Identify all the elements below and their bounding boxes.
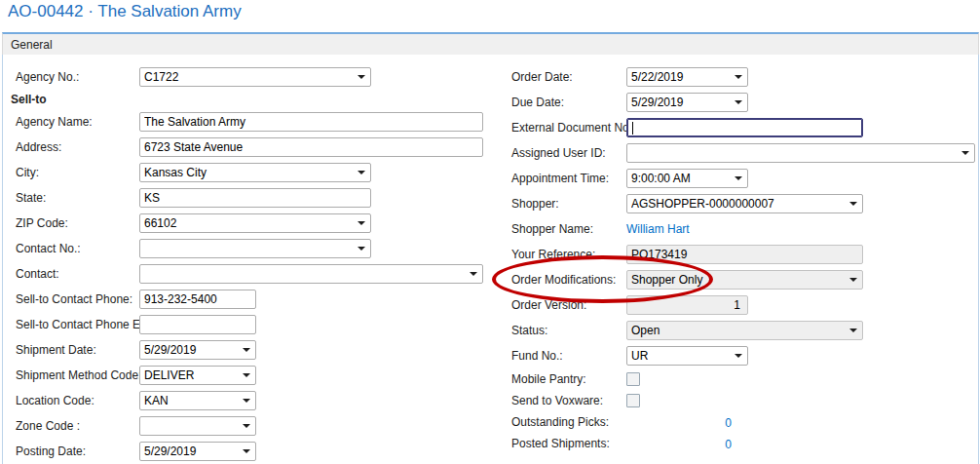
state-field[interactable]: KS	[139, 188, 371, 208]
posting-date-field[interactable]: 5/29/2019	[139, 442, 256, 461]
shipment-method-code-value: DELIVER	[144, 368, 240, 382]
dropdown-arrow-icon[interactable]	[358, 221, 365, 225]
location-code-label: Location Code:	[16, 394, 139, 407]
your-reference-label: Your Reference:	[511, 248, 626, 261]
due-date-label: Due Date:	[511, 96, 626, 109]
contact-field[interactable]	[139, 264, 483, 284]
external-document-no-label: External Document No.:	[511, 121, 626, 135]
due-date-row: Due Date:5/29/2019	[499, 90, 980, 115]
zip-code-field[interactable]: 66102	[139, 213, 371, 233]
dropdown-arrow-icon[interactable]	[735, 100, 742, 104]
order-version-field[interactable]: 1	[626, 295, 748, 315]
external-document-no-field[interactable]	[626, 118, 863, 137]
dropdown-arrow-icon[interactable]	[358, 75, 365, 79]
dropdown-arrow-icon[interactable]	[849, 202, 857, 206]
zone-code-row: Zone Code :	[3, 413, 496, 439]
appointment-time-field[interactable]: 9:00:00 AM	[626, 169, 748, 188]
dropdown-arrow-icon[interactable]	[735, 75, 742, 79]
your-reference-row: Your Reference:PO173419	[499, 242, 980, 267]
dropdown-arrow-icon[interactable]	[358, 247, 365, 251]
send-to-voxware-row: Send to Voxware:	[499, 390, 980, 411]
mobile-pantry-label: Mobile Pantry:	[511, 372, 626, 386]
posting-date-row: Posting Date:5/29/2019	[3, 439, 496, 464]
dropdown-arrow-icon[interactable]	[849, 329, 857, 332]
shopper-name-link[interactable]: William Hart	[626, 222, 690, 236]
order-date-row: Order Date:5/22/2019	[499, 64, 980, 90]
contact-no-label: Contact No.:	[16, 242, 139, 255]
sell-to-group-label: Sell-to	[11, 93, 134, 106]
posting-date-value: 5/29/2019	[144, 445, 240, 458]
dropdown-arrow-icon[interactable]	[735, 354, 742, 358]
general-fasttab-title: General	[11, 38, 53, 52]
shipment-date-field[interactable]: 5/29/2019	[139, 340, 256, 360]
zip-code-label: ZIP Code:	[16, 216, 139, 230]
agency-name-label: Agency Name:	[16, 115, 139, 129]
dropdown-arrow-icon[interactable]	[849, 278, 857, 282]
mobile-pantry-checkbox[interactable]	[626, 372, 640, 386]
address-label: Address:	[16, 140, 139, 154]
sell-to-contact-phone-ext-row: Sell-to Contact Phone Ext.:	[3, 312, 496, 337]
dropdown-arrow-icon[interactable]	[470, 272, 477, 276]
sell-to-contact-phone-label: Sell-to Contact Phone:	[16, 292, 139, 306]
due-date-field[interactable]: 5/29/2019	[626, 93, 748, 112]
dropdown-arrow-icon[interactable]	[243, 373, 250, 377]
dropdown-arrow-icon[interactable]	[243, 348, 250, 352]
your-reference-value: PO173419	[631, 248, 858, 261]
contact-label: Contact:	[16, 267, 139, 281]
agency-no-field[interactable]: C1722	[139, 67, 371, 87]
general-fasttab-header[interactable]: General	[2, 32, 979, 55]
order-modifications-field[interactable]: Shopper Only	[626, 270, 863, 290]
address-value: 6723 State Avenue	[144, 140, 478, 154]
city-field[interactable]: Kansas City	[139, 163, 371, 182]
zone-code-label: Zone Code :	[16, 419, 139, 433]
fund-no-label: Fund No.:	[511, 349, 626, 363]
external-document-no-row: External Document No.:	[499, 115, 980, 140]
dropdown-arrow-icon[interactable]	[961, 151, 969, 155]
agency-no-value: C1722	[144, 70, 355, 84]
fund-no-field[interactable]: UR	[626, 346, 748, 366]
due-date-value: 5/29/2019	[631, 96, 732, 109]
your-reference-field[interactable]: PO173419	[626, 245, 863, 264]
sell-to-contact-phone-value: 913-232-5400	[144, 292, 251, 306]
zip-code-value: 66102	[144, 216, 355, 230]
status-field[interactable]: Open	[626, 321, 863, 340]
posted-shipments-value[interactable]: 0	[725, 438, 732, 451]
dropdown-arrow-icon[interactable]	[243, 424, 250, 428]
city-row: City:Kansas City	[3, 160, 496, 185]
dropdown-arrow-icon[interactable]	[243, 449, 250, 453]
shipment-date-value: 5/29/2019	[144, 343, 240, 357]
agency-no-row: Agency No.:C1722	[3, 64, 496, 90]
contact-no-field[interactable]	[139, 239, 371, 258]
location-code-field[interactable]: KAN	[139, 391, 256, 410]
general-fasttab-body: Agency No.:C1722Sell-toAgency Name:The S…	[2, 55, 979, 464]
sell-to-contact-phone-row: Sell-to Contact Phone:913-232-5400	[3, 287, 496, 312]
sell-to-contact-phone-field[interactable]: 913-232-5400	[139, 290, 256, 309]
dropdown-arrow-icon[interactable]	[243, 399, 250, 403]
dropdown-arrow-icon[interactable]	[735, 176, 742, 180]
outstanding-picks-label: Outstanding Picks:	[511, 415, 626, 429]
shopper-field[interactable]: AGSHOPPER-0000000007	[626, 194, 863, 213]
order-date-field[interactable]: 5/22/2019	[626, 67, 748, 87]
shipment-method-code-field[interactable]: DELIVER	[139, 366, 256, 385]
agency-name-field[interactable]: The Salvation Army	[139, 112, 483, 132]
sell-to-contact-phone-ext-label: Sell-to Contact Phone Ext.:	[16, 318, 139, 331]
send-to-voxware-checkbox[interactable]	[626, 394, 640, 407]
dropdown-arrow-icon[interactable]	[358, 171, 365, 174]
shopper-name-label: Shopper Name:	[511, 222, 626, 236]
contact-row: Contact:	[3, 261, 496, 287]
posted-shipments-flowfield: 0	[626, 435, 732, 452]
shipment-date-label: Shipment Date:	[16, 343, 139, 357]
state-label: State:	[16, 191, 139, 205]
sell-to-row: Sell-to	[3, 90, 496, 109]
send-to-voxware-label: Send to Voxware:	[511, 394, 626, 407]
shopper-value: AGSHOPPER-0000000007	[631, 197, 847, 211]
order-version-label: Order Version:	[511, 298, 626, 312]
sell-to-contact-phone-ext-field[interactable]	[139, 315, 256, 334]
shipment-method-code-row: Shipment Method Code:DELIVER	[3, 363, 496, 388]
appointment-time-label: Appointment Time:	[511, 172, 626, 185]
assigned-user-id-field[interactable]	[626, 143, 975, 163]
agency-name-value: The Salvation Army	[144, 115, 478, 129]
address-field[interactable]: 6723 State Avenue	[139, 137, 483, 157]
zone-code-field[interactable]	[139, 416, 256, 436]
outstanding-picks-value[interactable]: 0	[725, 416, 732, 430]
